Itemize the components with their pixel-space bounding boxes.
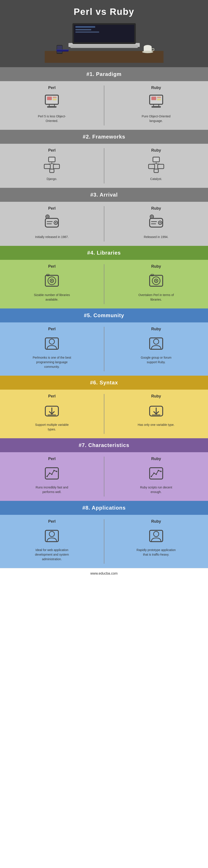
section-header-characteristics: #7. Characteristics xyxy=(0,438,208,452)
ruby-label-applications: Ruby xyxy=(151,519,161,524)
section-header-syntax: #6. Syntax xyxy=(0,376,208,390)
perl-icon-arrival xyxy=(43,214,61,231)
section-title-frameworks: #2. Frameworks xyxy=(83,134,125,140)
perl-label-community: Perl xyxy=(48,327,56,331)
ruby-col-frameworks: Ruby Catalyst. xyxy=(104,144,208,188)
svg-rect-21 xyxy=(53,97,57,98)
perl-label-characteristics: Perl xyxy=(48,457,56,461)
section-frameworks: #2. FrameworksPerl Django.Ruby xyxy=(0,130,208,188)
ruby-desc-libraries: Overtaken Perl in terms of libraries. xyxy=(137,293,176,302)
svg-point-92 xyxy=(49,472,50,474)
perl-label-frameworks: Perl xyxy=(48,148,56,153)
perl-desc-characteristics: Runs incredibly fast and performs well. xyxy=(32,485,71,494)
section-content-community: Perl Perlmonks is one of the best progra… xyxy=(0,322,208,376)
ruby-label-characteristics: Ruby xyxy=(151,457,161,461)
perl-col-libraries: Perl Sizable number of libraries availab… xyxy=(0,260,104,308)
section-title-applications: #8. Applications xyxy=(82,505,126,511)
section-content-paradigm: Perl Perl 5 is less Object-Oriented.Ruby… xyxy=(0,81,208,130)
svg-rect-20 xyxy=(47,97,52,100)
ruby-label-libraries: Ruby xyxy=(151,264,161,269)
svg-rect-37 xyxy=(50,169,54,173)
perl-desc-paradigm: Perl 5 is less Object-Oriented. xyxy=(32,114,71,123)
section-header-applications: #8. Applications xyxy=(0,501,208,515)
perl-label-paradigm: Perl xyxy=(48,86,56,90)
svg-rect-31 xyxy=(49,158,55,161)
footer: www.educba.com xyxy=(0,568,208,579)
svg-rect-33 xyxy=(54,164,60,168)
section-content-frameworks: Perl Django.Ruby Catalyst. xyxy=(0,144,208,188)
svg-rect-46 xyxy=(154,169,158,173)
ruby-desc-frameworks: Catalyst. xyxy=(150,177,162,181)
section-content-libraries: Perl Sizable number of libraries availab… xyxy=(0,260,208,308)
svg-point-99 xyxy=(155,474,157,475)
perl-col-arrival: Perl Initially released in 1987. xyxy=(0,202,104,246)
svg-point-93 xyxy=(51,474,53,475)
svg-rect-40 xyxy=(153,158,159,161)
section-content-applications: Perl Ideal for web application developme… xyxy=(0,515,208,568)
svg-point-105 xyxy=(153,531,159,537)
svg-rect-19 xyxy=(47,106,56,107)
perl-icon-applications xyxy=(43,527,61,545)
perl-col-applications: Perl Ideal for web application developme… xyxy=(0,515,104,568)
ruby-icon-paradigm xyxy=(147,93,165,111)
svg-point-78 xyxy=(155,280,157,281)
svg-point-54 xyxy=(47,216,48,217)
perl-icon-libraries xyxy=(43,272,61,289)
ruby-icon-applications xyxy=(147,527,165,545)
ruby-label-frameworks: Ruby xyxy=(151,148,161,153)
perl-desc-arrival: Initially released in 1987. xyxy=(35,235,69,239)
svg-rect-27 xyxy=(151,97,156,100)
perl-label-applications: Perl xyxy=(48,519,56,524)
ruby-icon-syntax xyxy=(147,402,165,419)
perl-icon-frameworks xyxy=(43,156,61,174)
svg-point-91 xyxy=(46,476,48,477)
perl-desc-syntax: Support multiple variable types. xyxy=(32,423,71,432)
svg-point-95 xyxy=(56,471,57,472)
svg-point-50 xyxy=(55,222,57,223)
ruby-label-syntax: Ruby xyxy=(151,394,161,399)
perl-desc-applications: Ideal for web application development an… xyxy=(32,548,71,561)
section-community: #5. CommunityPerl Perlmonks is one of th… xyxy=(0,308,208,376)
svg-rect-6 xyxy=(75,31,99,32)
section-title-community: #5. Community xyxy=(84,312,124,318)
svg-point-73 xyxy=(51,280,53,281)
ruby-icon-frameworks xyxy=(147,156,165,174)
ruby-col-characteristics: Ruby Ruby scripts run decent enough. xyxy=(104,452,208,501)
svg-point-101 xyxy=(160,471,162,472)
ruby-desc-arrival: Released in 1994. xyxy=(144,235,168,239)
ruby-col-paradigm: Ruby Pure Object-Oriented language. xyxy=(104,81,208,130)
section-header-paradigm: #1. Paradigm xyxy=(0,67,208,81)
svg-rect-22 xyxy=(53,99,57,100)
section-syntax: #6. SyntaxPerl Support multiple variable… xyxy=(0,376,208,438)
svg-rect-7 xyxy=(70,45,138,48)
svg-point-94 xyxy=(54,470,55,471)
ruby-icon-arrival xyxy=(147,214,165,231)
svg-rect-41 xyxy=(148,164,154,168)
svg-point-103 xyxy=(49,531,55,537)
section-content-characteristics: Perl Runs incredibly fast and performs w… xyxy=(0,452,208,501)
svg-point-98 xyxy=(153,472,154,474)
section-paradigm: #1. ParadigmPerl Perl 5 is less Object-O… xyxy=(0,67,208,130)
header-section: Perl vs Ruby xyxy=(0,0,208,67)
ruby-icon-community xyxy=(147,335,165,352)
section-content-syntax: Perl Support multiple variable types.Rub… xyxy=(0,390,208,438)
svg-point-97 xyxy=(151,476,152,477)
svg-point-65 xyxy=(151,216,152,217)
section-characteristics: #7. CharacteristicsPerl Runs incredibly … xyxy=(0,438,208,501)
section-title-libraries: #4. Libraries xyxy=(87,250,121,256)
svg-rect-29 xyxy=(157,99,161,100)
ruby-desc-paradigm: Pure Object-Oriented language. xyxy=(137,114,176,123)
section-header-community: #5. Community xyxy=(0,308,208,322)
perl-col-frameworks: Perl Django. xyxy=(0,144,104,188)
ruby-col-arrival: Ruby Released in 1994. xyxy=(104,202,208,246)
ruby-label-arrival: Ruby xyxy=(151,206,161,211)
section-applications: #8. ApplicationsPerl Ideal for web appli… xyxy=(0,501,208,568)
page-title: Perl vs Ruby xyxy=(4,6,204,17)
section-libraries: #4. LibrariesPerl Sizable number of libr… xyxy=(0,246,208,308)
perl-col-syntax: Perl Support multiple variable types. xyxy=(0,390,104,438)
section-title-arrival: #3. Arrival xyxy=(90,192,117,198)
svg-point-100 xyxy=(158,470,159,471)
svg-rect-32 xyxy=(44,164,50,168)
ruby-col-community: Ruby Google group or forum support Ruby. xyxy=(104,322,208,376)
perl-icon-paradigm xyxy=(43,93,61,111)
